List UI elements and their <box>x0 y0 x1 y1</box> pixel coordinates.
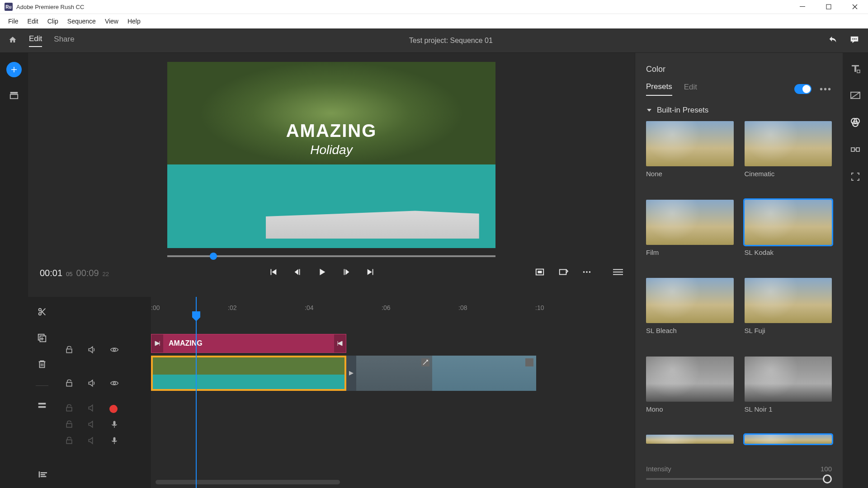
preset-sl-bleach[interactable]: SL Bleach <box>646 278 734 349</box>
fullscreen-button[interactable] <box>534 267 545 279</box>
svg-rect-6 <box>10 94 18 99</box>
lock-icon[interactable] <box>64 345 74 356</box>
visibility-icon[interactable] <box>109 345 119 356</box>
goto-start-button[interactable] <box>268 267 278 279</box>
tab-presets[interactable]: Presets <box>646 82 672 96</box>
preset-film[interactable]: Film <box>646 200 734 271</box>
panel-more-button[interactable]: ••• <box>820 84 832 94</box>
title-clip[interactable]: AMAZING <box>151 334 346 353</box>
undo-button[interactable] <box>827 35 838 47</box>
transition-out-icon[interactable] <box>334 334 346 352</box>
duplicate-tool[interactable] <box>37 333 47 345</box>
window-minimize-button[interactable] <box>789 0 816 14</box>
transition-in-icon[interactable] <box>151 334 163 352</box>
builtin-presets-header[interactable]: Built-in Presets <box>635 96 843 121</box>
app-toolbar: Edit Share Test project: Sequence 01 <box>0 28 868 53</box>
delete-tool[interactable] <box>37 359 47 371</box>
window-close-button[interactable] <box>842 0 868 14</box>
lock-icon[interactable] <box>64 404 74 414</box>
time-ruler[interactable]: :00 :02 :04 :06 :08 :10 <box>151 297 635 319</box>
transition-icon[interactable] <box>346 356 356 391</box>
transitions-tool[interactable] <box>849 90 861 103</box>
video-preview[interactable]: AMAZING Holiday <box>167 62 495 248</box>
timeline-options-button[interactable] <box>613 268 623 277</box>
menu-help[interactable]: Help <box>123 16 145 27</box>
window-maximize-button[interactable] <box>816 0 842 14</box>
expand-tracks-tool[interactable] <box>37 400 47 412</box>
preset-sl-kodak[interactable]: SL Kodak <box>745 200 832 271</box>
window-title: Adobe Premiere Rush CC <box>16 4 789 10</box>
preview-scrubber[interactable] <box>167 255 495 257</box>
mute-icon[interactable] <box>87 379 97 389</box>
right-tool-strip <box>843 53 868 488</box>
project-panel-button[interactable] <box>9 90 19 102</box>
menu-sequence[interactable]: Sequence <box>63 16 100 27</box>
menu-edit[interactable]: Edit <box>23 16 43 27</box>
color-toggle[interactable] <box>794 84 811 94</box>
svg-rect-30 <box>857 70 860 73</box>
svg-rect-28 <box>41 474 45 475</box>
svg-point-4 <box>855 38 856 39</box>
mute-icon[interactable] <box>87 345 97 356</box>
intensity-slider-handle[interactable] <box>823 474 832 483</box>
comment-button[interactable] <box>849 35 860 47</box>
preset-none[interactable]: None <box>646 121 734 192</box>
lock-icon[interactable] <box>64 379 74 389</box>
preset-more-1[interactable] <box>646 435 734 459</box>
transform-tool[interactable] <box>849 171 861 184</box>
step-forward-button[interactable] <box>341 267 352 279</box>
loop-button[interactable] <box>558 267 569 279</box>
video-track-controls <box>56 367 151 401</box>
preset-sl-fuji[interactable]: SL Fuji <box>745 278 832 349</box>
project-title: Test project: Sequence 01 <box>75 37 827 45</box>
preset-cinematic[interactable]: Cinematic <box>745 121 832 192</box>
goto-end-button[interactable] <box>365 267 376 279</box>
mode-tab-edit[interactable]: Edit <box>29 34 42 47</box>
titles-tool[interactable] <box>849 63 861 75</box>
lock-icon[interactable] <box>64 436 74 447</box>
color-tool[interactable] <box>849 117 861 130</box>
audio-track-3-controls <box>56 433 151 450</box>
add-media-button[interactable] <box>6 62 22 77</box>
preset-more-2[interactable] <box>745 435 832 459</box>
visibility-icon[interactable] <box>109 379 119 389</box>
video-clip-2[interactable] <box>346 356 432 391</box>
audio-track-2-controls <box>56 417 151 433</box>
tab-edit[interactable]: Edit <box>684 83 697 95</box>
menubar: File Edit Clip Sequence View Help <box>0 14 868 28</box>
microphone-icon[interactable] <box>109 436 119 447</box>
play-button[interactable] <box>316 267 327 279</box>
svg-rect-0 <box>800 6 805 7</box>
timeline-scrollbar[interactable] <box>156 480 340 484</box>
playhead-handle[interactable] <box>192 311 200 321</box>
video-clip-3[interactable] <box>432 356 536 391</box>
lock-icon[interactable] <box>64 420 74 431</box>
record-button[interactable] <box>109 405 118 413</box>
home-button[interactable] <box>8 36 17 46</box>
svg-rect-1 <box>826 5 831 9</box>
tracks-area[interactable]: :00 :02 :04 :06 :08 :10 AMAZING <box>151 297 635 488</box>
scissors-tool[interactable] <box>37 307 47 319</box>
more-options-button[interactable] <box>581 267 592 279</box>
mute-icon[interactable] <box>87 404 97 414</box>
mode-tab-share[interactable]: Share <box>54 35 74 47</box>
menu-view[interactable]: View <box>100 16 123 27</box>
menu-clip[interactable]: Clip <box>43 16 63 27</box>
preset-mono[interactable]: Mono <box>646 357 734 428</box>
microphone-icon[interactable] <box>109 420 119 431</box>
playhead[interactable] <box>196 297 197 488</box>
intensity-slider[interactable] <box>646 478 832 480</box>
mute-icon[interactable] <box>87 420 97 431</box>
speed-tool[interactable] <box>849 144 861 157</box>
mute-icon[interactable] <box>87 436 97 447</box>
video-clip-1[interactable] <box>151 356 346 391</box>
scrubber-handle[interactable] <box>210 253 217 260</box>
step-back-button[interactable] <box>292 267 303 279</box>
menu-file[interactable]: File <box>4 16 23 27</box>
svg-point-3 <box>854 38 855 39</box>
preset-sl-noir-1[interactable]: SL Noir 1 <box>745 357 832 428</box>
svg-point-10 <box>583 271 585 273</box>
intensity-label: Intensity <box>646 465 671 473</box>
svg-rect-20 <box>38 403 46 405</box>
track-size-button[interactable] <box>28 461 151 488</box>
